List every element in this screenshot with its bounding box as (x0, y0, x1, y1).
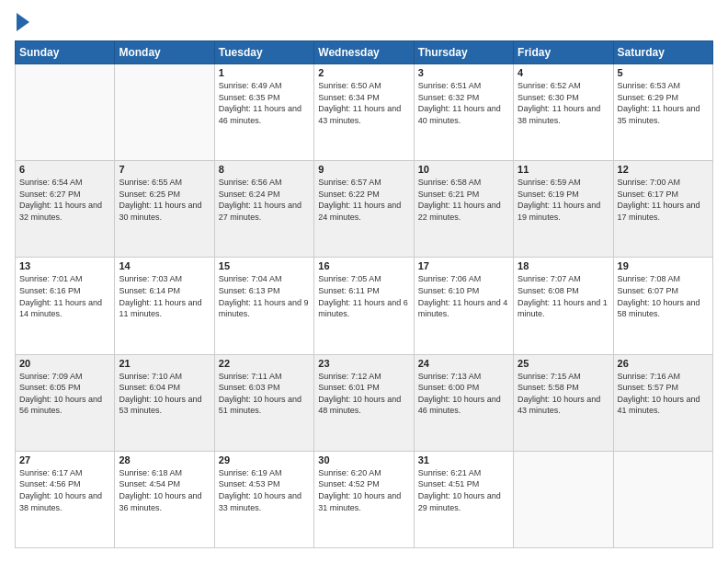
weekday-header-tuesday: Tuesday (214, 41, 313, 64)
cell-info: Sunrise: 7:06 AM Sunset: 6:10 PM Dayligh… (418, 273, 509, 319)
cell-info: Sunrise: 7:00 AM Sunset: 6:17 PM Dayligh… (618, 177, 709, 223)
cell-info: Sunrise: 6:49 AM Sunset: 6:35 PM Dayligh… (219, 80, 310, 126)
cell-info: Sunrise: 7:01 AM Sunset: 6:16 PM Dayligh… (19, 273, 110, 319)
day-number: 5 (618, 67, 709, 78)
calendar-cell: 21Sunrise: 7:10 AM Sunset: 6:04 PM Dayli… (115, 354, 214, 451)
cell-info: Sunrise: 6:19 AM Sunset: 4:53 PM Dayligh… (219, 467, 310, 513)
calendar-cell (115, 64, 214, 161)
cell-info: Sunrise: 7:10 AM Sunset: 6:04 PM Dayligh… (119, 371, 210, 417)
day-number: 15 (219, 260, 310, 271)
weekday-header-monday: Monday (115, 41, 214, 64)
page: SundayMondayTuesdayWednesdayThursdayFrid… (0, 0, 728, 563)
day-number: 18 (518, 260, 609, 271)
cell-info: Sunrise: 7:07 AM Sunset: 6:08 PM Dayligh… (518, 273, 609, 319)
day-number: 24 (418, 358, 509, 369)
day-number: 26 (618, 358, 709, 369)
calendar-cell: 1Sunrise: 6:49 AM Sunset: 6:35 PM Daylig… (214, 64, 313, 161)
cell-info: Sunrise: 6:18 AM Sunset: 4:54 PM Dayligh… (119, 467, 210, 513)
calendar-cell: 6Sunrise: 6:54 AM Sunset: 6:27 PM Daylig… (16, 161, 115, 258)
cell-info: Sunrise: 6:58 AM Sunset: 6:21 PM Dayligh… (418, 177, 509, 223)
day-number: 28 (119, 454, 210, 465)
calendar-cell (613, 451, 712, 547)
logo-arrow-icon (17, 13, 29, 31)
calendar-cell: 25Sunrise: 7:15 AM Sunset: 5:58 PM Dayli… (514, 354, 613, 451)
calendar-cell: 28Sunrise: 6:18 AM Sunset: 4:54 PM Dayli… (115, 451, 214, 547)
calendar-cell: 16Sunrise: 7:05 AM Sunset: 6:11 PM Dayli… (314, 258, 414, 354)
calendar-cell: 27Sunrise: 6:17 AM Sunset: 4:56 PM Dayli… (16, 451, 115, 547)
cell-info: Sunrise: 7:09 AM Sunset: 6:05 PM Dayligh… (19, 371, 110, 417)
header (15, 15, 713, 31)
cell-info: Sunrise: 7:12 AM Sunset: 6:01 PM Dayligh… (318, 371, 409, 417)
calendar-cell: 12Sunrise: 7:00 AM Sunset: 6:17 PM Dayli… (613, 161, 712, 258)
cell-info: Sunrise: 6:21 AM Sunset: 4:51 PM Dayligh… (418, 467, 509, 513)
calendar-cell: 10Sunrise: 6:58 AM Sunset: 6:21 PM Dayli… (414, 161, 513, 258)
day-number: 4 (518, 67, 609, 78)
calendar-cell: 30Sunrise: 6:20 AM Sunset: 4:52 PM Dayli… (314, 451, 414, 547)
cell-info: Sunrise: 7:15 AM Sunset: 5:58 PM Dayligh… (518, 371, 609, 417)
calendar-cell: 11Sunrise: 6:59 AM Sunset: 6:19 PM Dayli… (514, 161, 613, 258)
day-number: 22 (219, 358, 310, 369)
calendar-cell: 8Sunrise: 6:56 AM Sunset: 6:24 PM Daylig… (214, 161, 313, 258)
day-number: 25 (518, 358, 609, 369)
calendar-cell: 4Sunrise: 6:52 AM Sunset: 6:30 PM Daylig… (514, 64, 613, 161)
calendar-cell: 26Sunrise: 7:16 AM Sunset: 5:57 PM Dayli… (613, 354, 712, 451)
day-number: 16 (318, 260, 409, 271)
calendar-week-row: 6Sunrise: 6:54 AM Sunset: 6:27 PM Daylig… (16, 161, 713, 258)
cell-info: Sunrise: 7:04 AM Sunset: 6:13 PM Dayligh… (219, 273, 310, 319)
cell-info: Sunrise: 6:51 AM Sunset: 6:32 PM Dayligh… (418, 80, 509, 126)
calendar-cell: 24Sunrise: 7:13 AM Sunset: 6:00 PM Dayli… (414, 354, 513, 451)
weekday-header-sunday: Sunday (16, 41, 115, 64)
day-number: 12 (618, 164, 709, 175)
cell-info: Sunrise: 6:55 AM Sunset: 6:25 PM Dayligh… (119, 177, 210, 223)
day-number: 30 (318, 454, 409, 465)
calendar-cell: 7Sunrise: 6:55 AM Sunset: 6:25 PM Daylig… (115, 161, 214, 258)
cell-info: Sunrise: 6:59 AM Sunset: 6:19 PM Dayligh… (518, 177, 609, 223)
calendar-cell: 15Sunrise: 7:04 AM Sunset: 6:13 PM Dayli… (214, 258, 313, 354)
day-number: 9 (318, 164, 409, 175)
cell-info: Sunrise: 7:11 AM Sunset: 6:03 PM Dayligh… (219, 371, 310, 417)
weekday-header-wednesday: Wednesday (314, 41, 414, 64)
cell-info: Sunrise: 6:56 AM Sunset: 6:24 PM Dayligh… (219, 177, 310, 223)
cell-info: Sunrise: 7:03 AM Sunset: 6:14 PM Dayligh… (119, 273, 210, 319)
calendar-cell: 22Sunrise: 7:11 AM Sunset: 6:03 PM Dayli… (214, 354, 313, 451)
day-number: 2 (318, 67, 409, 78)
day-number: 17 (418, 260, 509, 271)
day-number: 13 (19, 260, 110, 271)
calendar-cell: 3Sunrise: 6:51 AM Sunset: 6:32 PM Daylig… (414, 64, 513, 161)
day-number: 29 (219, 454, 310, 465)
cell-info: Sunrise: 7:08 AM Sunset: 6:07 PM Dayligh… (618, 273, 709, 319)
calendar-cell: 19Sunrise: 7:08 AM Sunset: 6:07 PM Dayli… (613, 258, 712, 354)
logo (15, 15, 29, 31)
cell-info: Sunrise: 6:50 AM Sunset: 6:34 PM Dayligh… (318, 80, 409, 126)
calendar-cell: 5Sunrise: 6:53 AM Sunset: 6:29 PM Daylig… (613, 64, 712, 161)
calendar-cell (514, 451, 613, 547)
day-number: 1 (219, 67, 310, 78)
calendar-cell: 14Sunrise: 7:03 AM Sunset: 6:14 PM Dayli… (115, 258, 214, 354)
calendar-cell: 9Sunrise: 6:57 AM Sunset: 6:22 PM Daylig… (314, 161, 414, 258)
calendar-cell: 20Sunrise: 7:09 AM Sunset: 6:05 PM Dayli… (16, 354, 115, 451)
day-number: 3 (418, 67, 509, 78)
weekday-header-saturday: Saturday (613, 41, 712, 64)
calendar-cell: 23Sunrise: 7:12 AM Sunset: 6:01 PM Dayli… (314, 354, 414, 451)
calendar-week-row: 27Sunrise: 6:17 AM Sunset: 4:56 PM Dayli… (16, 451, 713, 547)
cell-info: Sunrise: 6:17 AM Sunset: 4:56 PM Dayligh… (19, 467, 110, 513)
calendar-cell: 29Sunrise: 6:19 AM Sunset: 4:53 PM Dayli… (214, 451, 313, 547)
cell-info: Sunrise: 6:54 AM Sunset: 6:27 PM Dayligh… (19, 177, 110, 223)
day-number: 10 (418, 164, 509, 175)
day-number: 23 (318, 358, 409, 369)
calendar-cell: 13Sunrise: 7:01 AM Sunset: 6:16 PM Dayli… (16, 258, 115, 354)
cell-info: Sunrise: 6:57 AM Sunset: 6:22 PM Dayligh… (318, 177, 409, 223)
cell-info: Sunrise: 6:20 AM Sunset: 4:52 PM Dayligh… (318, 467, 409, 513)
day-number: 7 (119, 164, 210, 175)
calendar-week-row: 20Sunrise: 7:09 AM Sunset: 6:05 PM Dayli… (16, 354, 713, 451)
weekday-header-thursday: Thursday (414, 41, 513, 64)
calendar-week-row: 1Sunrise: 6:49 AM Sunset: 6:35 PM Daylig… (16, 64, 713, 161)
weekday-header-row: SundayMondayTuesdayWednesdayThursdayFrid… (16, 41, 713, 64)
day-number: 27 (19, 454, 110, 465)
day-number: 19 (618, 260, 709, 271)
cell-info: Sunrise: 7:13 AM Sunset: 6:00 PM Dayligh… (418, 371, 509, 417)
cell-info: Sunrise: 7:16 AM Sunset: 5:57 PM Dayligh… (618, 371, 709, 417)
day-number: 20 (19, 358, 110, 369)
cell-info: Sunrise: 7:05 AM Sunset: 6:11 PM Dayligh… (318, 273, 409, 319)
day-number: 21 (119, 358, 210, 369)
